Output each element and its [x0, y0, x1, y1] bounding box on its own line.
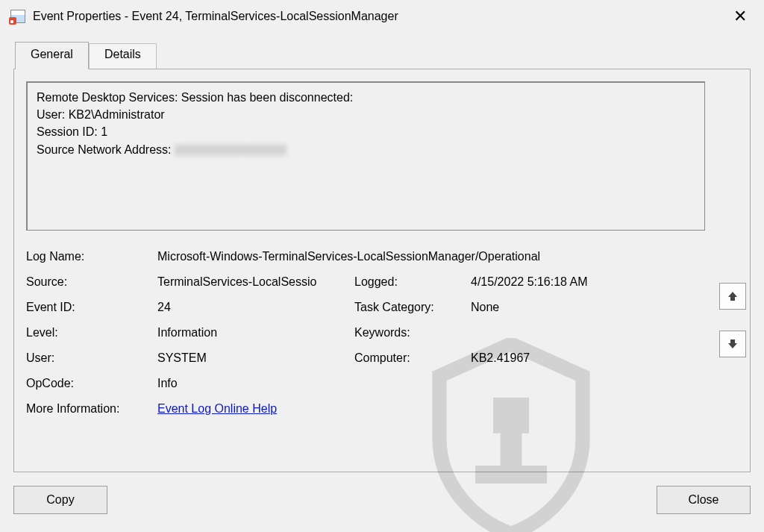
label-computer: Computer: — [354, 351, 471, 365]
value-logname: Microsoft-Windows-TerminalServices-Local… — [157, 250, 705, 263]
label-level: Level: — [26, 326, 157, 339]
nav-buttons — [719, 283, 746, 357]
titlebar: Event Properties - Event 24, TerminalSer… — [0, 0, 764, 33]
value-computer: KB2.41967 — [471, 351, 705, 365]
label-logged: Logged: — [354, 275, 471, 289]
value-user: SYSTEM — [157, 351, 354, 365]
svg-rect-1 — [501, 430, 522, 480]
value-source: TerminalServices-LocalSessio — [157, 275, 354, 289]
bottom-bar: Copy Close — [13, 481, 751, 519]
tab-panel-general: Remote Desktop Services: Session has bee… — [13, 69, 751, 472]
next-event-button[interactable] — [719, 331, 746, 357]
close-button-label: Close — [689, 493, 719, 507]
window-title: Event Properties - Event 24, TerminalSer… — [33, 10, 398, 23]
previous-event-button[interactable] — [719, 283, 746, 310]
label-keywords: Keywords: — [354, 326, 471, 339]
value-opcode: Info — [157, 377, 705, 390]
label-logname: Log Name: — [26, 250, 157, 263]
value-logged: 4/15/2022 5:16:18 AM — [471, 275, 705, 289]
copy-button[interactable]: Copy — [13, 486, 107, 514]
label-opcode: OpCode: — [26, 377, 157, 390]
tabstrip: General Details — [15, 42, 157, 69]
message-line: User: KB2\Administrator — [37, 106, 695, 123]
value-taskcat: None — [471, 301, 705, 314]
copy-button-label: Copy — [46, 493, 74, 507]
client-area: General Details Remote Desktop Services:… — [0, 33, 764, 532]
event-details-grid: Log Name: Microsoft-Windows-TerminalServ… — [26, 244, 705, 422]
close-button[interactable]: Close — [657, 486, 751, 514]
label-taskcat: Task Category: — [354, 301, 471, 314]
label-source: Source: — [26, 275, 157, 289]
redacted-ip — [175, 144, 286, 156]
event-message-box[interactable]: Remote Desktop Services: Session has bee… — [26, 81, 705, 231]
tab-general[interactable]: General — [15, 42, 89, 69]
message-line: Source Network Address: — [37, 141, 695, 158]
close-icon[interactable]: ✕ — [724, 0, 757, 33]
label-eventid: Event ID: — [26, 301, 157, 314]
message-line: Session ID: 1 — [37, 123, 695, 140]
arrow-up-icon — [727, 290, 739, 302]
message-line: Remote Desktop Services: Session has bee… — [37, 89, 695, 106]
value-eventid: 24 — [157, 301, 354, 314]
event-properties-window: Event Properties - Event 24, TerminalSer… — [0, 0, 764, 532]
tab-general-label: General — [31, 48, 73, 60]
message-line-prefix: Source Network Address: — [37, 143, 175, 156]
tab-details[interactable]: Details — [89, 43, 157, 69]
app-icon — [10, 10, 25, 23]
tab-details-label: Details — [104, 48, 141, 60]
event-log-online-help-link[interactable]: Event Log Online Help — [157, 402, 277, 415]
label-moreinfo: More Information: — [26, 402, 157, 416]
label-user: User: — [26, 351, 157, 365]
value-level: Information — [157, 326, 354, 339]
arrow-down-icon — [727, 338, 739, 350]
